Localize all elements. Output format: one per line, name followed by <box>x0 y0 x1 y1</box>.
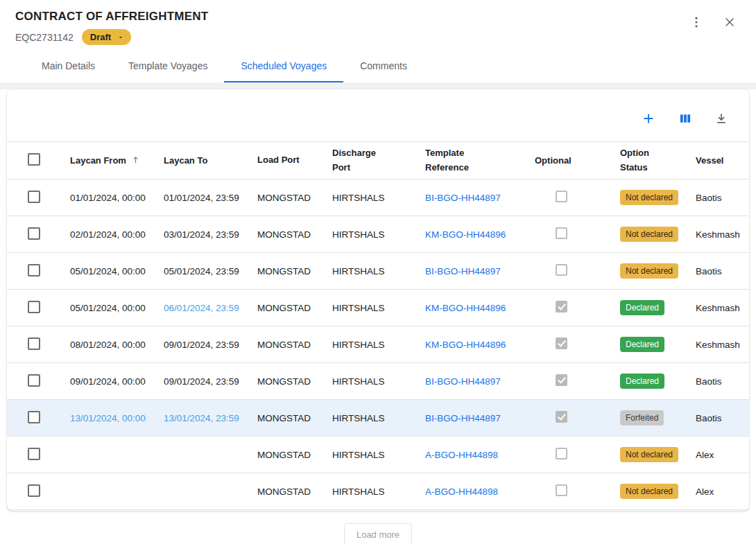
dialog-header: CONTRACT OF AFFREIGHTMENT EQC2731142 Dra… <box>0 0 756 82</box>
table-row[interactable]: 05/01/2024, 00:00 06/01/2024, 23:59 MONG… <box>7 290 749 326</box>
option-status-badge: Declared <box>620 374 664 389</box>
load-port: MONGSTAD <box>257 363 332 400</box>
manage-columns-button[interactable] <box>677 110 694 127</box>
optional-checkbox[interactable] <box>556 227 567 239</box>
load-more-button[interactable]: Load more <box>344 523 412 544</box>
laycan-from: 13/01/2024, 00:00 <box>70 413 146 423</box>
vessel: Baotis <box>696 179 749 216</box>
column-header-load-port[interactable]: Load Port <box>257 142 332 179</box>
row-checkbox[interactable] <box>28 484 40 497</box>
status-dropdown[interactable]: Draft <box>82 29 131 45</box>
column-header-template-reference[interactable]: Template Reference <box>425 142 535 179</box>
laycan-to: 09/01/2024, 23:59 <box>164 376 239 387</box>
tab-main-details[interactable]: Main Details <box>25 52 112 82</box>
table-toolbar <box>7 89 749 127</box>
template-reference-link[interactable]: A-BGO-HH44898 <box>425 486 498 497</box>
table-row[interactable]: MONGSTAD HIRTSHALS A-BGO-HH44898 Not dec… <box>7 473 749 510</box>
column-header-vessel[interactable]: Vessel <box>696 142 749 179</box>
scheduled-voyages-card: Laycan From Laycan To Load Port Discharg… <box>7 89 749 511</box>
optional-checkbox[interactable] <box>556 411 567 423</box>
row-checkbox[interactable] <box>28 374 40 387</box>
vessel: Baotis <box>696 363 749 400</box>
option-status-badge: Not declared <box>620 190 678 205</box>
close-icon <box>723 21 737 31</box>
option-status-badge: Not declared <box>620 227 678 242</box>
discharge-port: HIRTSHALS <box>332 179 425 216</box>
table-row[interactable]: 09/01/2024, 00:00 09/01/2024, 23:59 MONG… <box>7 363 749 400</box>
table-row[interactable]: MONGSTAD HIRTSHALS A-BGO-HH44898 Not dec… <box>7 437 749 473</box>
template-reference-link[interactable]: BI-BGO-HH44897 <box>425 266 501 277</box>
table-row[interactable]: 02/01/2024, 00:00 03/01/2024, 23:59 MONG… <box>7 216 749 253</box>
optional-checkbox[interactable] <box>556 301 567 313</box>
vessel: Baotis <box>696 400 749 437</box>
row-checkbox[interactable] <box>28 227 40 240</box>
tab-comments[interactable]: Comments <box>343 52 424 82</box>
header-content-divider <box>0 82 756 89</box>
select-all-checkbox[interactable] <box>28 153 40 166</box>
laycan-to: 05/01/2024, 23:59 <box>164 266 239 277</box>
optional-checkbox[interactable] <box>556 484 567 496</box>
optional-checkbox[interactable] <box>556 264 567 276</box>
plus-icon <box>641 118 656 128</box>
row-checkbox[interactable] <box>28 448 40 460</box>
template-reference-link[interactable]: BI-BGO-HH44897 <box>425 376 501 387</box>
optional-checkbox[interactable] <box>556 337 567 349</box>
load-port: MONGSTAD <box>257 216 332 253</box>
optional-checkbox[interactable] <box>556 448 567 459</box>
table-row[interactable]: 01/01/2024, 00:00 01/01/2024, 23:59 MONG… <box>7 179 749 216</box>
template-reference-link[interactable]: KM-BGO-HH44896 <box>425 303 506 313</box>
page-title: CONTRACT OF AFFREIGHTMENT <box>15 10 741 24</box>
laycan-from: 02/01/2024, 00:00 <box>70 229 146 240</box>
row-checkbox[interactable] <box>28 264 40 277</box>
column-header-option-status[interactable]: Option Status <box>620 142 696 179</box>
laycan-from: 01/01/2024, 00:00 <box>70 193 146 203</box>
add-voyage-button[interactable] <box>639 109 658 128</box>
load-port: MONGSTAD <box>257 326 332 363</box>
load-port: MONGSTAD <box>257 400 332 437</box>
load-port: MONGSTAD <box>257 253 332 290</box>
column-header-discharge-port[interactable]: Discharge Port <box>332 142 425 179</box>
row-checkbox[interactable] <box>28 337 40 350</box>
option-status-badge: Not declared <box>620 263 678 279</box>
optional-checkbox[interactable] <box>556 374 567 386</box>
laycan-to: 03/01/2024, 23:59 <box>164 229 239 240</box>
close-button[interactable] <box>721 14 738 30</box>
row-checkbox[interactable] <box>28 411 40 423</box>
row-checkbox[interactable] <box>28 301 40 313</box>
template-reference-link[interactable]: A-BGO-HH44898 <box>425 450 498 460</box>
option-status-badge: Not declared <box>620 484 678 499</box>
option-status-badge: Not declared <box>620 447 678 462</box>
column-header-laycan-from[interactable]: Laycan From <box>70 142 164 179</box>
vessel: Keshmash <box>696 290 749 326</box>
optional-checkbox[interactable] <box>556 191 567 202</box>
column-header-laycan-to[interactable]: Laycan To <box>164 142 257 179</box>
vessel: Keshmash <box>696 326 749 363</box>
discharge-port: HIRTSHALS <box>332 253 425 290</box>
contract-id: EQC2731142 <box>15 32 74 43</box>
more-options-button[interactable] <box>688 14 705 30</box>
discharge-port: HIRTSHALS <box>332 400 425 437</box>
download-button[interactable] <box>713 110 730 127</box>
vessel: Baotis <box>696 253 749 290</box>
vessel: Alex <box>696 473 749 510</box>
template-reference-link[interactable]: BI-BGO-HH44897 <box>425 413 501 423</box>
tab-bar: Main Details Template Voyages Scheduled … <box>15 52 741 82</box>
tab-scheduled-voyages[interactable]: Scheduled Voyages <box>224 52 343 82</box>
load-port: MONGSTAD <box>257 290 332 326</box>
table-row[interactable]: 13/01/2024, 00:00 13/01/2024, 23:59 MONG… <box>7 400 749 437</box>
table-row[interactable]: 08/01/2024, 00:00 09/01/2024, 23:59 MONG… <box>7 326 749 363</box>
load-port: MONGSTAD <box>257 437 332 473</box>
template-reference-link[interactable]: KM-BGO-HH44896 <box>425 340 506 350</box>
row-checkbox[interactable] <box>28 191 40 203</box>
tab-template-voyages[interactable]: Template Voyages <box>112 52 224 82</box>
scheduled-voyages-table: Laycan From Laycan To Load Port Discharg… <box>7 141 749 510</box>
column-header-optional[interactable]: Optional <box>535 142 620 179</box>
discharge-port: HIRTSHALS <box>332 363 425 400</box>
load-port: MONGSTAD <box>257 179 332 216</box>
template-reference-link[interactable]: BI-BGO-HH44897 <box>425 193 501 203</box>
template-reference-link[interactable]: KM-BGO-HH44896 <box>425 229 506 240</box>
table-row[interactable]: 05/01/2024, 00:00 05/01/2024, 23:59 MONG… <box>7 253 749 290</box>
chevron-down-icon <box>117 34 124 41</box>
option-status-badge: Declared <box>620 300 664 315</box>
sort-asc-icon <box>130 155 141 167</box>
